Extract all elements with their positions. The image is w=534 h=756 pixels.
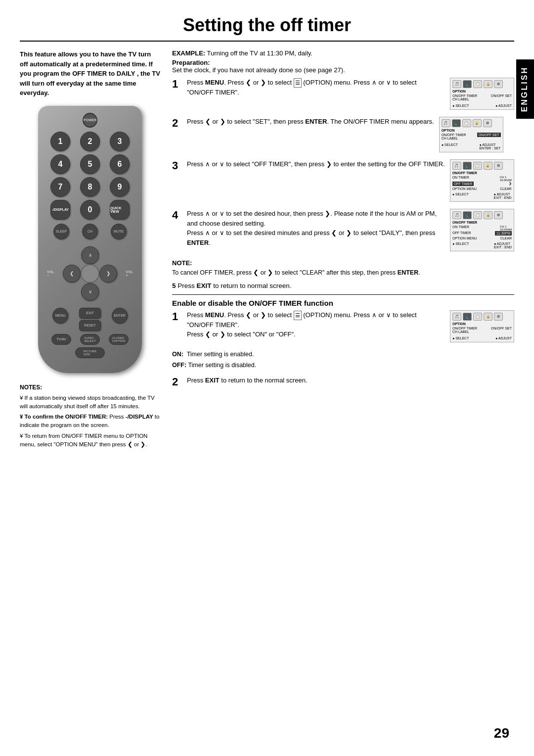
example-label: EXAMPLE: — [172, 49, 205, 57]
num-5: 5 — [80, 154, 100, 174]
icon-1d: 🔒 — [484, 80, 492, 88]
screen-option-menu-row: OPTION MENUCLEAR — [452, 187, 512, 190]
screen-row-timer-2: ON/OFF TIMERON/OFF SET — [442, 133, 501, 137]
screen-on-timer-row-4: ON TIMERCH 110:00AM — [452, 225, 512, 231]
icon-e1c: 📋 — [473, 313, 482, 321]
reset-button: RESET — [79, 320, 101, 331]
icon-3a: 🎵 — [452, 162, 461, 170]
example-text: Turning off the TV at 11:30 PM, daily. — [207, 49, 312, 57]
screen-chlabel-2: CH LABEL — [442, 137, 501, 140]
right-column: EXAMPLE: Turning off the TV at 11:30 PM,… — [168, 49, 514, 449]
power-label: POWER — [84, 118, 96, 122]
picture-size-button: PICTURESIZE — [75, 347, 105, 358]
screen-off-timer-row-4: OFF TIMER11:30PM — [452, 231, 512, 236]
num-9: 9 — [110, 177, 130, 197]
icon-4a: 🎵 — [452, 211, 461, 219]
nav-right-button: ❯ — [99, 265, 117, 283]
screen-icons-2: 🎵 📺 📋 🔒 ⚙ — [442, 119, 501, 127]
icon-4d: 🔒 — [484, 211, 492, 219]
icon-3b: 📺 — [463, 162, 472, 170]
icon-4e: ⚙ — [494, 211, 503, 219]
note-title: NOTE: — [172, 258, 514, 268]
on-label: ON: Timer setting is enabled. — [172, 349, 514, 360]
enable-step-1-content: Press MENU. Press ❮ or ❯ to select ☰ (OP… — [187, 310, 445, 339]
screen-offtimer-4: ON/OFF TIMER — [452, 221, 512, 224]
step-4-num: 4 — [172, 209, 184, 222]
screen-select-adjust-e: ● SELECT● ADJUST — [452, 336, 512, 340]
nav-down-button: ∨ — [81, 283, 99, 301]
screen-option-row-4: OPTION MENUCLEAR — [452, 236, 512, 240]
num-quickview: QUICK VIEW — [110, 200, 130, 220]
nav-left-button: ❮ — [63, 265, 81, 283]
closed-caption-button: CLOSEDCAPTION — [109, 334, 129, 345]
audio-select-button: AUDIOSELECT — [80, 334, 100, 345]
step-1-content: Press MENU. Press ❮ or ❯ to select ☰ (OP… — [187, 78, 445, 97]
icon-2c: 📋 — [462, 119, 471, 127]
step-4: 4 Press ∧ or ∨ to set the desired hour, … — [172, 209, 514, 251]
screen-label-option-e: OPTION — [452, 322, 512, 326]
page-number: 29 — [494, 725, 509, 741]
num-8: 8 — [80, 177, 100, 197]
icon-4c: 📋 — [473, 211, 482, 219]
icon-1b: 📺 — [463, 80, 472, 88]
screen-chlabel-e: CH LABEL — [452, 330, 512, 333]
step-3-num: 3 — [172, 159, 184, 172]
remote-illustration: POWER 1 2 3 4 5 6 7 8 9 -/DISPLAY 0 QUIC… — [20, 106, 160, 373]
intro-text: This feature allows you to have the TV t… — [20, 49, 160, 98]
ch-label: CH — [82, 224, 98, 239]
sleep-ch-mute-row: SLEEP CH MUTE — [47, 224, 133, 239]
num-display: -/DISPLAY — [50, 200, 70, 220]
icon-3c: 📋 — [473, 162, 482, 170]
note-item-3: ¥ To return from ON/OFF TIMER menu to OP… — [20, 432, 160, 449]
icon-1a: 🎵 — [452, 80, 461, 88]
step-4-content: Press ∧ or ∨ to set the desired hour, th… — [187, 209, 445, 247]
remote-control: POWER 1 2 3 4 5 6 7 8 9 -/DISPLAY 0 QUIC… — [38, 106, 142, 373]
num-7: 7 — [50, 177, 70, 197]
icon-1e: ⚙ — [494, 80, 503, 88]
page-title: Setting the off timer — [20, 0, 514, 42]
notes-section: NOTES: ¥ If a station being viewed stops… — [20, 383, 160, 449]
note-item-2: ¥ To confirm the ON/OFF TIMER: Press -/D… — [20, 413, 160, 430]
left-column: This feature allows you to have the TV t… — [20, 49, 168, 449]
icon-2d: 🔒 — [473, 119, 482, 127]
icon-2b: 📺 — [452, 119, 461, 127]
nav-center — [81, 264, 99, 283]
enable-step-1-num: 1 — [172, 310, 184, 323]
screen-select-adjust-4: ● SELECT● ADJUSTEXIT : END — [452, 242, 512, 249]
icon-2a: 🎵 — [442, 119, 450, 127]
icon-e1b: 📺 — [463, 313, 472, 321]
screen-select-adjust: ● SELECT● ADJUST — [452, 104, 512, 107]
note-box: NOTE: To cancel OFF TIMER, press ❮ or ❯ … — [172, 258, 514, 277]
icon-e1e: ⚙ — [494, 313, 503, 321]
power-button: POWER — [83, 113, 97, 128]
step-3-right: Press ∧ or ∨ to select "OFF TIMER", then… — [187, 159, 514, 202]
step-2-num: 2 — [172, 117, 184, 130]
sleep-button: SLEEP — [53, 224, 69, 239]
screen-timer-e: ON/OFF TIMERON/OFF SET — [452, 327, 512, 330]
step-2: 2 Press ❮ or ❯ to select "SET", then pre… — [172, 117, 514, 152]
preparation-line: Preparation: Set the clock, if you have … — [172, 59, 514, 74]
vol-plus-label: VOL+ — [126, 270, 133, 277]
mute-button: MUTE — [111, 224, 127, 239]
tv-av-button: TV/AV — [51, 334, 71, 345]
power-area: POWER — [47, 113, 133, 128]
prep-text: Set the clock, if you have not already d… — [172, 66, 345, 74]
icon-2e: ⚙ — [483, 119, 492, 127]
step-3-content: Press ∧ or ∨ to select "OFF TIMER", then… — [187, 159, 445, 169]
nav-up-button: ∧ — [81, 246, 99, 264]
screen-label-option: OPTION — [452, 90, 512, 93]
step-2-right: Press ❮ or ❯ to select "SET", then press… — [187, 117, 503, 152]
prep-title: Preparation: — [172, 59, 210, 66]
note-item-1: ¥ If a station being viewed stops broadc… — [20, 394, 160, 411]
screen-row-chlabel: CH LABEL — [452, 97, 512, 101]
enable-section-title: Enable or disable the ON/OFF TIMER funct… — [172, 294, 514, 307]
icon-e1d: 🔒 — [484, 313, 492, 321]
icon-4b: 📺 — [463, 211, 472, 219]
icon-3e: ⚙ — [494, 162, 503, 170]
num-3: 3 — [110, 132, 130, 151]
screen-row-timer: ON/OFF TIMERON/OFF SET — [452, 94, 512, 97]
num-6: 6 — [110, 154, 130, 174]
enter-button: ENTER — [112, 308, 128, 324]
screen-mockup-4: 🎵 📺 📋 🔒 ⚙ ON/OFF TIMER ON TIMERCH 110:00… — [450, 209, 514, 251]
screen-icons-4: 🎵 📺 📋 🔒 ⚙ — [452, 211, 512, 219]
